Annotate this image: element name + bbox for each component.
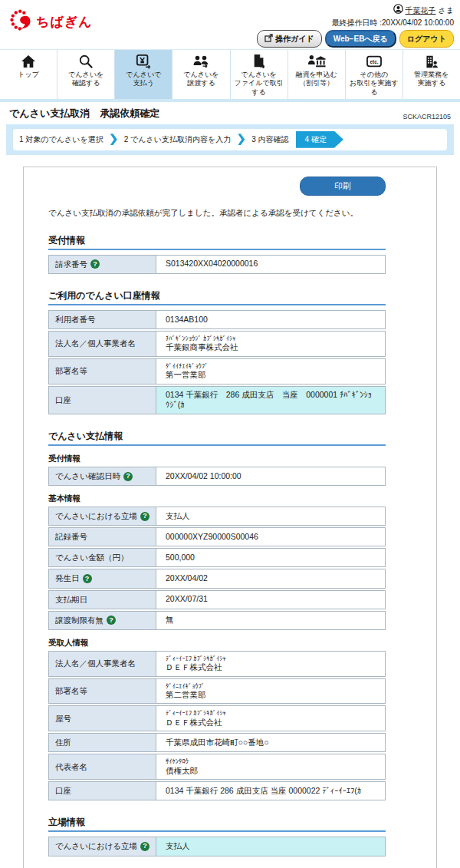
row-label: でんさいにおける立場? (49, 837, 156, 855)
nav-item-label: その他のお取引を実施する (347, 71, 402, 97)
nav-item-label: トップ (18, 71, 39, 79)
row-value: 20XX/07/31 (156, 591, 385, 609)
nav-item-label: 管理業務を実施する (414, 71, 449, 88)
info-table: 請求番号?S013420XX04020000016 (48, 255, 386, 274)
table-row: 部署名等ﾀﾞｲｲﾁｴｲｷﾞｮｳﾌﾞ第一営業部 (48, 358, 386, 384)
row-value-text: 0134 千葉銀行 286 成田支店 当座 0000001 ﾁﾊﾞｷﾞﾝｼｮｳｼ… (166, 390, 376, 411)
info-table: でんさいにおける立場?支払人 (48, 837, 386, 856)
row-value-text: 500,000 (166, 553, 376, 563)
row-label: でんさい確認日時? (49, 467, 156, 485)
row-value-text: 000000XYZ90000S00046 (166, 532, 376, 543)
nav-item-top[interactable]: トップ (0, 50, 57, 99)
row-value-text: 支払人 (166, 841, 376, 852)
row-label: 部署名等 (49, 679, 156, 704)
step-label: 3 内容確認 (251, 134, 288, 145)
help-icon[interactable]: ? (107, 616, 116, 625)
row-value-text: ＤＥＦ株式会社 (166, 662, 376, 673)
help-icon[interactable]: ? (123, 472, 133, 481)
row-value-text: 千葉県成田市花崎町○○番地○ (166, 738, 376, 748)
row-label: 法人名／個人事業者名 (49, 652, 156, 676)
row-label: でんさい金額（円） (49, 549, 156, 566)
app-header: ちばぎん 千葉花子 さま 最終操作日時 :20XX/04/02 10:00:00 (0, 0, 460, 49)
row-value: 支払人 (156, 507, 385, 525)
row-value-text: 千葉銀商事株式会社 (166, 342, 376, 353)
pay-yen-icon (136, 53, 151, 70)
chevron-right-icon (238, 134, 245, 145)
table-row: でんさいにおける立場?支払人 (48, 837, 386, 856)
table-row: 支払期日20XX/07/31 (48, 590, 386, 609)
last-operation-datetime: 最終操作日時 :20XX/04/02 10:00:00 (257, 17, 454, 28)
web-eb-back-button[interactable]: Web−EBへ戻る (325, 30, 396, 48)
row-value: 0134 千葉銀行 286 成田支店 当座 0000022 ﾃﾞｨｰｲｰｴﾌ(ｶ (156, 782, 385, 800)
nav-item-confirm[interactable]: でんさいを確認する (57, 50, 114, 99)
row-label: 記録番号 (49, 528, 156, 546)
logout-button[interactable]: ログアウト (399, 30, 454, 48)
header-buttons: 操作ガイド Web−EBへ戻る ログアウト (257, 30, 454, 48)
nav-item-admin[interactable]: 管理業務を実施する (402, 50, 460, 99)
help-icon[interactable]: ? (90, 259, 100, 269)
help-icon[interactable]: ? (83, 574, 92, 583)
bank-logo[interactable]: ちばぎん (9, 8, 93, 35)
row-label-text: 屋号 (55, 714, 71, 724)
nav-item-label: でんさいをファイルで取引する (232, 71, 287, 97)
row-label-text: 住所 (55, 738, 71, 748)
row-value-text: ＤＥＦ株式会社 (166, 718, 376, 728)
row-label: 請求番号? (49, 256, 156, 273)
row-label-text: 法人名／個人事業者名 (55, 658, 136, 668)
help-icon[interactable]: ? (140, 842, 150, 851)
row-label: 支払期日 (49, 591, 156, 609)
row-value: 無 (156, 612, 385, 629)
row-label: 口座 (49, 782, 156, 800)
row-label: 代表者名 (49, 754, 156, 779)
print-button[interactable]: 印刷 (300, 177, 386, 196)
row-label-text: 部署名等 (55, 686, 87, 696)
home-icon (21, 53, 36, 70)
table-row: 請求番号?S013420XX04020000016 (48, 255, 386, 274)
row-label-text: 口座 (55, 786, 71, 796)
row-value: 0134AB100 (156, 311, 385, 328)
section-title: 立場情報 (48, 816, 386, 832)
row-value-text: 支払人 (166, 511, 376, 522)
main-nav: トップでんさいを確認するでんさいで支払うでんさいを譲渡するでんさいをファイルで取… (0, 49, 460, 102)
row-value: 支払人 (156, 837, 385, 855)
building-person-icon (423, 53, 439, 70)
row-value: ﾁﾊﾞｷﾞﾝｼｮｳｼﾞ ｶﾌﾞｼｷｶﾞｲｼｬ千葉銀商事株式会社 (156, 332, 385, 356)
section-1: 受付情報請求番号?S013420XX04020000016 (48, 234, 386, 274)
row-label-text: 利用者番号 (55, 315, 96, 325)
table-row: 法人名／個人事業者名ﾃﾞｨｰｲｰｴﾌ ｶﾌﾞｼｷｶﾞｲｼｬＤＥＦ株式会社 (48, 651, 386, 677)
row-label-text: 代表者名 (55, 762, 87, 772)
nav-item-transfer[interactable]: でんさいを譲渡する (172, 50, 229, 99)
table-row: 屋号ﾃﾞｨｰｲｰｴﾌ ｶﾌﾞｼｷｶﾞｲｼｬＤＥＦ株式会社 (48, 705, 386, 731)
completion-message: でんさい支払取消の承認依頼が完了しました。承認者による承認を受けてください。 (48, 208, 386, 219)
row-label: 口座 (49, 387, 156, 414)
guide-button[interactable]: 操作ガイド (257, 30, 322, 48)
nav-item-pay[interactable]: でんさいで支払う (114, 50, 172, 99)
row-value: 20XX/04/02 10:00:00 (156, 467, 385, 485)
row-label-text: でんさいにおける立場 (55, 511, 137, 521)
help-icon[interactable]: ? (140, 512, 150, 521)
user-name-link[interactable]: 千葉花子 (406, 5, 436, 16)
row-value: 500,000 (156, 549, 385, 566)
row-label: 住所 (49, 734, 156, 751)
subsection-title: 受付情報 (48, 454, 386, 464)
row-value: 千葉県成田市花崎町○○番地○ (156, 734, 385, 751)
table-row: でんさいにおける立場?支払人 (48, 507, 386, 526)
nav-item-other[interactable]: etc.その他のお取引を実施する (345, 50, 402, 99)
nav-item-file[interactable]: でんさいをファイルで取引する (230, 50, 288, 99)
table-row: 法人名／個人事業者名ﾁﾊﾞｷﾞﾝｼｮｳｼﾞ ｶﾌﾞｼｷｶﾞｲｼｬ千葉銀商事株式会… (48, 331, 386, 357)
section-title: 受付情報 (48, 234, 386, 250)
row-value-text: 無 (166, 615, 376, 625)
row-value-text: 20XX/07/31 (166, 594, 376, 605)
screen-code: SCKACR12105 (402, 113, 451, 120)
user-suffix: さま (439, 5, 454, 16)
row-value-kana: ﾃﾞｨｰｲｰｴﾌ ｶﾌﾞｼｷｶﾞｲｼｬ (166, 655, 376, 662)
nav-item-loan[interactable]: 融資を申込む（割引等） (288, 50, 345, 99)
info-table: 法人名／個人事業者名ﾃﾞｨｰｲｰｴﾌ ｶﾌﾞｼｷｶﾞｲｼｬＤＥＦ株式会社部署名等… (48, 651, 386, 801)
loan-bank-icon (307, 53, 326, 70)
row-value: ﾃﾞｨｰｲｰｴﾌ ｶﾌﾞｼｷｶﾞｲｼｬＤＥＦ株式会社 (156, 706, 385, 731)
nav-item-label: 融資を申込む（割引等） (295, 71, 337, 88)
row-value: 0134 千葉銀行 286 成田支店 当座 0000001 ﾁﾊﾞｷﾞﾝｼｮｳｼ… (156, 387, 385, 414)
table-row: 口座0134 千葉銀行 286 成田支店 当座 0000001 ﾁﾊﾞｷﾞﾝｼｮ… (48, 386, 386, 414)
content-panel: 印刷 でんさい支払取消の承認依頼が完了しました。承認者による承認を受けてください… (23, 167, 437, 868)
row-label-text: 口座 (55, 395, 71, 405)
